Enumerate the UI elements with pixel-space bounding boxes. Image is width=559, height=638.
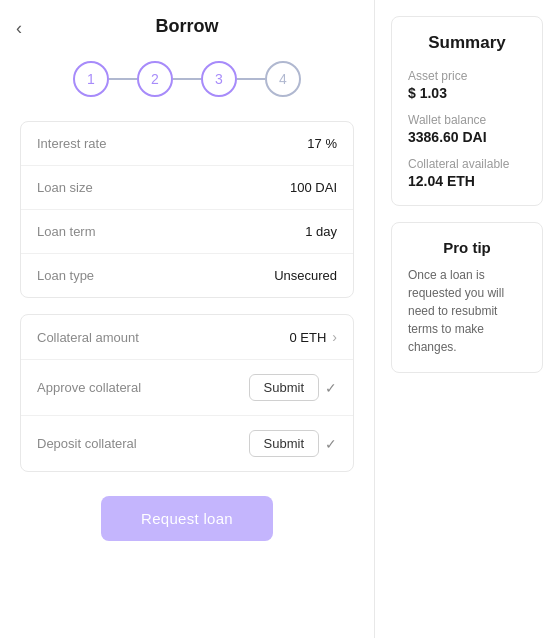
interest-rate-row: Interest rate 17 %: [21, 122, 353, 166]
deposit-submit-button[interactable]: Submit: [249, 430, 319, 457]
right-panel: Summary Asset price $ 1.03 Wallet balanc…: [375, 0, 559, 638]
approve-collateral-row: Approve collateral Submit ✓: [21, 360, 353, 416]
loan-type-row: Loan type Unsecured: [21, 254, 353, 297]
wallet-balance-value: 3386.60 DAI: [408, 129, 526, 145]
approve-collateral-group: Submit ✓: [249, 374, 337, 401]
approve-submit-button[interactable]: Submit: [249, 374, 319, 401]
chevron-right-icon: ›: [332, 329, 337, 345]
asset-price-item: Asset price $ 1.03: [408, 69, 526, 101]
loan-size-label: Loan size: [37, 180, 93, 195]
interest-rate-label: Interest rate: [37, 136, 106, 151]
step-3: 3: [201, 61, 237, 97]
step-line-1: [109, 78, 137, 80]
step-line-2: [173, 78, 201, 80]
deposit-collateral-row: Deposit collateral Submit ✓: [21, 416, 353, 471]
collateral-amount-group: 0 ETH ›: [289, 329, 337, 345]
asset-price-label: Asset price: [408, 69, 526, 83]
stepper: 1 2 3 4: [73, 61, 301, 97]
wallet-balance-label: Wallet balance: [408, 113, 526, 127]
step-4: 4: [265, 61, 301, 97]
request-loan-button[interactable]: Request loan: [101, 496, 273, 541]
approve-collateral-label: Approve collateral: [37, 380, 141, 395]
left-panel: ‹ Borrow 1 2 3 4 Interest rate 17 % Loan…: [0, 0, 375, 638]
approve-check-icon: ✓: [325, 380, 337, 396]
protip-card: Pro tip Once a loan is requested you wil…: [391, 222, 543, 373]
interest-rate-value: 17 %: [307, 136, 337, 151]
wallet-balance-item: Wallet balance 3386.60 DAI: [408, 113, 526, 145]
deposit-check-icon: ✓: [325, 436, 337, 452]
loan-details-card: Interest rate 17 % Loan size 100 DAI Loa…: [20, 121, 354, 298]
summary-title: Summary: [408, 33, 526, 53]
loan-size-row: Loan size 100 DAI: [21, 166, 353, 210]
step-1: 1: [73, 61, 109, 97]
loan-term-label: Loan term: [37, 224, 96, 239]
protip-title: Pro tip: [408, 239, 526, 256]
deposit-collateral-label: Deposit collateral: [37, 436, 137, 451]
summary-card: Summary Asset price $ 1.03 Wallet balanc…: [391, 16, 543, 206]
protip-text: Once a loan is requested you will need t…: [408, 266, 526, 356]
loan-type-label: Loan type: [37, 268, 94, 283]
collateral-amount-value: 0 ETH: [289, 330, 326, 345]
step-line-3: [237, 78, 265, 80]
loan-term-row: Loan term 1 day: [21, 210, 353, 254]
collateral-card: Collateral amount 0 ETH › Approve collat…: [20, 314, 354, 472]
collateral-available-label: Collateral available: [408, 157, 526, 171]
step-2: 2: [137, 61, 173, 97]
deposit-collateral-group: Submit ✓: [249, 430, 337, 457]
collateral-available-item: Collateral available 12.04 ETH: [408, 157, 526, 189]
loan-size-value: 100 DAI: [290, 180, 337, 195]
collateral-amount-label: Collateral amount: [37, 330, 139, 345]
loan-term-value: 1 day: [305, 224, 337, 239]
back-button[interactable]: ‹: [16, 18, 22, 39]
asset-price-value: $ 1.03: [408, 85, 526, 101]
collateral-available-value: 12.04 ETH: [408, 173, 526, 189]
collateral-amount-row[interactable]: Collateral amount 0 ETH ›: [21, 315, 353, 360]
page-title: Borrow: [156, 16, 219, 37]
loan-type-value: Unsecured: [274, 268, 337, 283]
